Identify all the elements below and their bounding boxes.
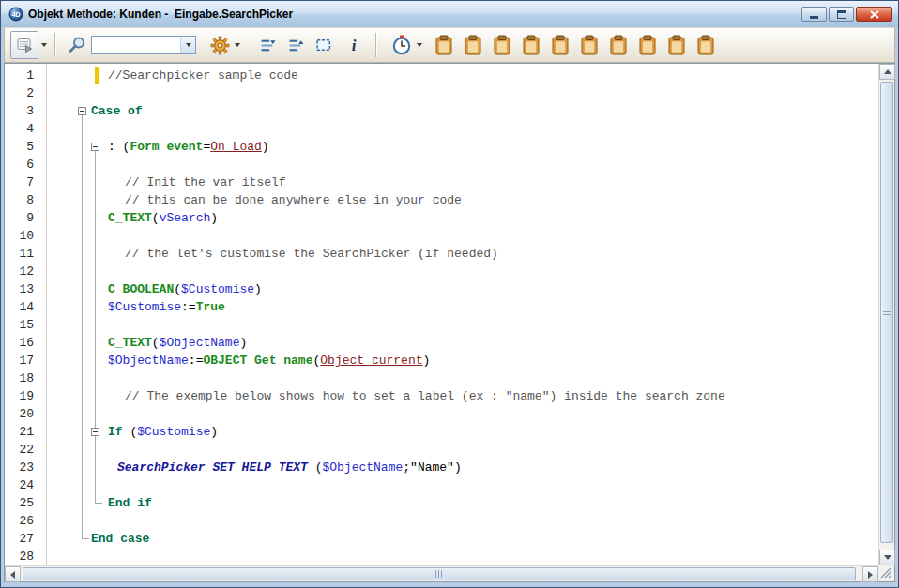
fold-toggle[interactable] xyxy=(91,143,99,151)
code-line-12[interactable] xyxy=(48,263,878,280)
window-bottom-border xyxy=(1,582,898,587)
token-constant: Object current xyxy=(320,354,422,368)
search-combobox[interactable] xyxy=(91,36,196,54)
code-line-20[interactable] xyxy=(48,405,878,423)
line-number: 4 xyxy=(5,120,46,138)
chevron-down-icon xyxy=(417,43,422,47)
clipboard-button-9[interactable] xyxy=(664,31,689,59)
code-line-8[interactable]: // this can be done anywhere else in you… xyxy=(48,191,878,209)
clipboard-icon xyxy=(638,35,657,56)
line-number: 22 xyxy=(5,441,46,459)
search-icon xyxy=(65,31,89,59)
fold-toggle[interactable] xyxy=(78,107,86,115)
token-command: Form event xyxy=(130,140,203,154)
code-line-21[interactable]: If ($Customise) xyxy=(48,423,878,441)
code-line-6[interactable] xyxy=(48,156,878,173)
execute-method-button[interactable] xyxy=(10,31,38,59)
minimize-button[interactable] xyxy=(801,7,827,22)
clipboard-icon xyxy=(493,35,511,56)
method-options-button[interactable] xyxy=(207,31,232,59)
code-line-1[interactable]: //Searchpicker sample code xyxy=(48,67,878,84)
gear-icon xyxy=(210,36,230,55)
code-line-7[interactable]: // Init the var itself xyxy=(48,173,878,191)
token-command: C_BOOLEAN xyxy=(108,282,174,296)
execute-method-dropdown[interactable] xyxy=(38,31,49,59)
title-bar[interactable]: 4D Objekt Methode: Kunden - Eingabe.Sear… xyxy=(1,1,898,27)
scroll-up-button[interactable] xyxy=(879,64,895,80)
recent-values-dropdown[interactable] xyxy=(414,31,424,59)
fold-toggle[interactable] xyxy=(91,428,99,436)
line-number: 1 xyxy=(5,67,46,84)
clipboard-button-3[interactable] xyxy=(490,31,514,59)
information-button[interactable]: i xyxy=(342,31,366,59)
horizontal-scrollbar[interactable] xyxy=(5,565,878,581)
arrow-up-icon xyxy=(884,69,891,74)
token-command: C_TEXT xyxy=(108,336,152,350)
code-line-14[interactable]: $Customise:=True xyxy=(48,298,878,316)
line-number: 5 xyxy=(5,138,46,156)
resize-grip[interactable] xyxy=(878,565,894,581)
recent-values-button[interactable] xyxy=(389,31,414,59)
code-line-24[interactable] xyxy=(48,476,878,494)
token-comment: //Searchpicker sample code xyxy=(108,68,298,83)
scroll-left-button[interactable] xyxy=(5,566,21,582)
line-number: 25 xyxy=(5,494,46,512)
method-options-dropdown[interactable] xyxy=(232,31,242,59)
code-line-18[interactable] xyxy=(48,369,878,387)
clipboard-button-6[interactable] xyxy=(577,31,602,59)
code-line-17[interactable]: $ObjectName:=OBJECT Get name(Object curr… xyxy=(48,352,878,369)
maximize-icon xyxy=(837,10,846,19)
clipboard-button-7[interactable] xyxy=(606,31,631,59)
vertical-scroll-track[interactable] xyxy=(879,80,894,550)
horizontal-scroll-track[interactable] xyxy=(21,566,862,581)
scroll-down-button[interactable] xyxy=(879,550,895,565)
vertical-scroll-thumb[interactable] xyxy=(880,82,893,543)
code-line-13[interactable]: C_BOOLEAN($Customise) xyxy=(48,280,878,298)
code-line-19[interactable]: // The exemple below shows how to set a … xyxy=(48,387,878,405)
clipboard-button-4[interactable] xyxy=(519,31,543,59)
code-line-22[interactable] xyxy=(48,441,878,459)
window-controls xyxy=(801,7,892,22)
code-line-2[interactable] xyxy=(48,84,878,102)
code-line-4[interactable] xyxy=(48,120,878,138)
resize-grip-icon xyxy=(878,565,892,580)
expand-all-button[interactable] xyxy=(255,31,280,59)
code-line-25[interactable]: End if xyxy=(48,494,878,512)
chevron-down-icon xyxy=(186,43,191,47)
code-line-26[interactable] xyxy=(48,512,878,530)
code-line-9[interactable]: C_TEXT(vSearch) xyxy=(48,209,878,227)
vertical-scrollbar[interactable] xyxy=(878,64,894,565)
clipboard-button-2[interactable] xyxy=(461,31,485,59)
code-line-15[interactable] xyxy=(48,316,878,334)
code-line-10[interactable] xyxy=(48,227,878,245)
token-plugin: SearchPicker SET HELP TEXT xyxy=(117,460,308,475)
close-button[interactable] xyxy=(856,7,892,22)
selection-rectangle-button[interactable] xyxy=(312,31,336,59)
code-line-27[interactable]: End case xyxy=(48,530,878,548)
code-line-28[interactable] xyxy=(48,548,878,565)
token-comment: // the let's customise the SearchPicker … xyxy=(125,247,498,261)
code-line-23[interactable]: SearchPicker SET HELP TEXT ($ObjectName;… xyxy=(48,459,878,476)
clipboard-button-8[interactable] xyxy=(635,31,660,59)
token-plain: ) xyxy=(239,336,247,350)
token-comment: // The exemple below shows how to set a … xyxy=(125,389,725,403)
clipboard-button-5[interactable] xyxy=(548,31,572,59)
line-number: 2 xyxy=(5,84,46,102)
code-line-16[interactable]: C_TEXT($ObjectName) xyxy=(48,334,878,352)
code-area[interactable]: //Searchpicker sample codeCase of: (Form… xyxy=(48,64,878,565)
clipboard-button-10[interactable] xyxy=(693,31,718,59)
search-dropdown-button[interactable] xyxy=(180,37,195,53)
code-line-5[interactable]: : (Form event=On Load) xyxy=(48,138,878,156)
collapse-all-button[interactable] xyxy=(283,31,308,59)
scroll-right-button[interactable] xyxy=(862,566,878,582)
token-plain: ( xyxy=(308,460,323,475)
code-line-11[interactable]: // the let's customise the SearchPicker … xyxy=(48,245,878,263)
maximize-button[interactable] xyxy=(829,7,854,22)
horizontal-scroll-thumb[interactable] xyxy=(23,567,856,580)
clipboard-button-1[interactable] xyxy=(432,31,456,59)
code-line-3[interactable]: Case of xyxy=(48,102,878,120)
token-keyword: End if xyxy=(108,496,152,510)
timer-clock-icon xyxy=(391,35,412,55)
line-number: 24 xyxy=(5,476,46,494)
search-input[interactable] xyxy=(92,37,180,53)
